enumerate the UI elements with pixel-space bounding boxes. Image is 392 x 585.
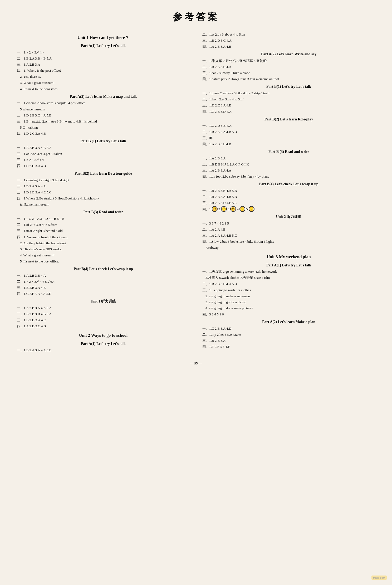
answer-line: 二、1.at 2.by 3.about 4.to 5.on bbox=[201, 32, 376, 37]
answer-line: 4. It's next to the bookstore. bbox=[16, 86, 191, 92]
answer-line: 5. It's next to the post office. bbox=[16, 259, 191, 264]
answer-line: 4. am going to draw some pictures bbox=[201, 305, 376, 311]
part-title: Part B (1) Let's try Let's talk bbox=[16, 138, 191, 144]
answer-block: 一、3 6 7 4 8 2 1 5二、1.A 2.A 4.B三、1.A 2.A … bbox=[201, 221, 376, 251]
answer-line: 一、1.A 2.B 3.B 4.A bbox=[16, 273, 191, 279]
answer-line: 3. What a great museum! bbox=[16, 80, 191, 86]
answer-line: 一、1.A 2.B 3.A bbox=[201, 155, 376, 161]
answer-line: 一、1.√ 2.× 3.√ 4.× bbox=[16, 50, 191, 55]
answer-line: 二、1.B 2.B 3.A 4.B 5.B bbox=[201, 194, 376, 200]
part-title: Unit 1 听力训练 bbox=[16, 298, 191, 305]
answer-block: 一、1.A 2.B 3.A 4.A 5.A二、1.B 2.B 3.B 4.B 5… bbox=[16, 305, 191, 329]
answer-block: 一、1.B 2.B 3.B 4.A 5.B二、1.B 2.B 3.A 4.B 5… bbox=[201, 188, 376, 206]
answer-line: 二、1.D 2.E 3.C 4.A 5.B bbox=[16, 113, 191, 118]
answer-line: 一、1.C 2.B 3.A 4.D bbox=[201, 326, 376, 331]
answer-block: 一、1.C 2.B 3.A 4.D二、1.my 2.her 3.see 4.ta… bbox=[201, 326, 376, 350]
answer-line: 二、1.A 2.A 4.B bbox=[201, 227, 376, 232]
part-title: Part A(1) Let's try Let's talk bbox=[16, 341, 191, 347]
answer-line: 三、1. is going to wash her clothes bbox=[201, 287, 376, 293]
answer-line: 二、1.B 2.A 3.A 4.A bbox=[16, 183, 191, 189]
answer-line: 7.subway bbox=[201, 245, 376, 251]
answer-line: 二、1.from 2.at 3.on 4.to 5.of bbox=[201, 96, 376, 102]
answer-line: 三、1.car 2.subway 3.bike 4.plane bbox=[201, 70, 376, 76]
answer-block: 一、1.C 2.D 3.B 4.A二、1.B 2.A 3.A 4.B 5.B三、… bbox=[201, 123, 376, 147]
answer-block: 二、1.at 2.by 3.about 4.to 5.on三、1.B 2.D 3… bbox=[201, 32, 376, 50]
answer-line: 二、1.an 2.on 3.at 4.get 5.Italian bbox=[16, 151, 191, 157]
answer-line: 四、1.Slow 2.bus 3.bookstore 4.bike 5.trai… bbox=[201, 239, 376, 245]
answer-line: 三、1.A 2.B 3.A 4.A bbox=[201, 168, 376, 173]
answer-line: 四、1.A 2.B 3.B 4.B bbox=[201, 141, 376, 147]
answer-line: 2. are going to make a snowman bbox=[201, 293, 376, 299]
answer-line: 三、1.B 2.B 3.A 4.B bbox=[16, 285, 191, 291]
answer-line: 三、1.A 2.B 3.A bbox=[16, 62, 191, 67]
unit-title: Unit 1 How can I get there？ bbox=[16, 34, 191, 41]
part-title: Part A(2) Let's learn Make a map and tal… bbox=[16, 94, 191, 100]
answer-line: 三、1.B 2.A 3.D 4.E 5.C bbox=[201, 200, 376, 206]
answer-line: 四、1.D 2.C 3.A 4.B bbox=[16, 131, 191, 136]
answer-line: 4. What a great museum! bbox=[16, 252, 191, 258]
part-title: Part A(1) Let's try Let's talk bbox=[201, 262, 376, 269]
answer-line: 一、1.B 2.A 3.A 4.A 5.B bbox=[16, 347, 191, 353]
part-title: Part B(4) Let's check Let's wrap it up bbox=[16, 266, 191, 272]
smiley-4: 😟 bbox=[239, 206, 245, 212]
answer-block: 一、1.A 2.B 3.A 4.A 5.A二、1.an 2.on 3.at 4.… bbox=[16, 145, 191, 169]
answer-block: 一、1.去溜冰 2.go swimming 3.画画 4.do homework… bbox=[201, 269, 376, 317]
smiley-3: 😊 bbox=[230, 206, 236, 212]
answer-line: 四、3 2 4 5 1 6 bbox=[201, 311, 376, 317]
smiley-1: 😊 bbox=[212, 206, 218, 212]
answer-line: 2. Are they behind the bookstore? bbox=[16, 240, 191, 246]
answer-line: 三、1.B 2.D 3.A 4.C bbox=[16, 317, 191, 323]
answer-line: 四、1.C 2.D 3.A 4.B bbox=[16, 163, 191, 169]
page-title: 参考答案 bbox=[16, 11, 376, 23]
main-content: Unit 1 How can I get there？Part A(1) Let… bbox=[16, 31, 376, 353]
answer-line: 一、1.B 2.B 3.B 4.A 5.B bbox=[201, 188, 376, 194]
answer-line: 三、1.B—next;to 2.A—Are 3.B—want to 4.B—is… bbox=[16, 119, 191, 124]
answer-line: 二、1.× 2.× 3.√ 4.√ 5.√ 6.× bbox=[16, 279, 191, 285]
answer-line: 三、1.B 2.B 3.A bbox=[201, 338, 376, 344]
answer-line: 一、1.乘火车 2.乘公汽 3.乘出租车 4.乘轮船 bbox=[201, 58, 376, 64]
answer-block: 一、1.B 2.A 3.A 4.A 5.B bbox=[16, 347, 191, 353]
smiley-2: 😟 bbox=[221, 206, 227, 212]
answer-line: 四、1.A 2.B 3.A 4.B bbox=[201, 44, 376, 50]
unit-title: Unit 2 Ways to go to school bbox=[16, 332, 191, 339]
answer-line: 三、1.× 2.× 3.√ 4.√ bbox=[16, 157, 191, 163]
part-title: Part A(1) Let's try Let's talk bbox=[16, 43, 191, 49]
answer-line: tal 5.cinema;museum bbox=[16, 202, 191, 207]
answer-line: 三、1.A 2.A 3.A 4.B 5.C bbox=[201, 233, 376, 238]
part-title: Part B(1) Let's try Let's talk bbox=[201, 84, 376, 90]
answer-block: 一、1.√ 2.× 3.√ 4.×二、1.B 2.A 3.B 4.B 5.A三、… bbox=[16, 50, 191, 92]
answer-block: 一、1.cinema 2.bookstore 3.hospital 4.post… bbox=[16, 100, 191, 136]
answer-block: 一、1.乘火车 2.乘公汽 3.乘出租车 4.乘轮船二、1.B 2.A 3.B … bbox=[201, 58, 376, 82]
answer-line: 四、1.T 2.F 3.F 4.F bbox=[201, 344, 376, 350]
answer-block: 一、1.A 2.B 3.B 4.A二、1.× 2.× 3.√ 4.√ 5.√ 6… bbox=[16, 273, 191, 297]
answer-line: 2. Yes, there is. bbox=[16, 74, 191, 80]
answer-line: 四、1.on foot 2.by subway 3.by ferry 4.by … bbox=[201, 174, 376, 179]
answer-line: 5.science museum bbox=[16, 106, 191, 112]
answer-line: 一、3 6 7 4 8 2 1 5 bbox=[201, 221, 376, 226]
smiley-answer-line: 四、1.😊 2.😟 3.😊 4.😟 5.😟 bbox=[201, 206, 376, 212]
answer-line: 5.C—talking bbox=[16, 125, 191, 130]
part-title: Part B (3) Read and write bbox=[201, 149, 376, 155]
part-title: Part A(2) Let's learn Make a plan bbox=[201, 319, 376, 325]
part-title: Part A(2) Let's learn Write and say bbox=[201, 51, 376, 57]
page-number: — 95 — bbox=[16, 361, 376, 365]
part-title: Unit 2 听力训练 bbox=[201, 214, 376, 220]
unit-title: Unit 3 My weekend plan bbox=[201, 253, 376, 260]
part-title: Part B(4) Let's check Let's wrap it up bbox=[201, 181, 376, 187]
part-title: Part B(2) Let's learn Be a tour guide bbox=[16, 170, 191, 177]
answer-line: 一、1—C 2—A 3—D 4—B 5—E bbox=[16, 216, 191, 222]
answer-line: 四、1. Where is the post office? bbox=[16, 68, 191, 74]
answer-line: 一、1.A 2.B 3.A 4.A 5.A bbox=[16, 305, 191, 311]
answer-line: 一、1.去溜冰 2.go swimming 3.画画 4.do homework bbox=[201, 269, 376, 275]
right-column: 二、1.at 2.by 3.about 4.to 5.on三、1.B 2.D 3… bbox=[201, 31, 376, 353]
answer-line: 四、1.Where 2.Go straight 3.How;Bookstore … bbox=[16, 196, 191, 201]
answer-line: 四、1.C 2.E 3.B 4.A 5.D bbox=[16, 291, 191, 297]
answer-line: 四、1.C 2.B 3.D 4.A bbox=[201, 109, 376, 115]
answer-line: 四、1.nature park 2.How;China 3.taxi 4.cin… bbox=[201, 76, 376, 82]
answer-block: 一、1—C 2—A 3—D 4—B 5—E二、1.of 2.to 3.at 4.… bbox=[16, 216, 191, 264]
answer-line: 四、1. We are in front of the cinema. bbox=[16, 234, 191, 240]
answer-line: 二、1.B 2.B 3.B 4.A 5.B bbox=[201, 281, 376, 287]
smiley-5: 😟 bbox=[249, 206, 254, 212]
answer-line: 三、1.D 2.B 3.A 4.E 5.C bbox=[16, 189, 191, 195]
answer-block: 一、1.A 2.B 3.A二、1.B D E H J L 2.A C F G I… bbox=[201, 155, 376, 179]
